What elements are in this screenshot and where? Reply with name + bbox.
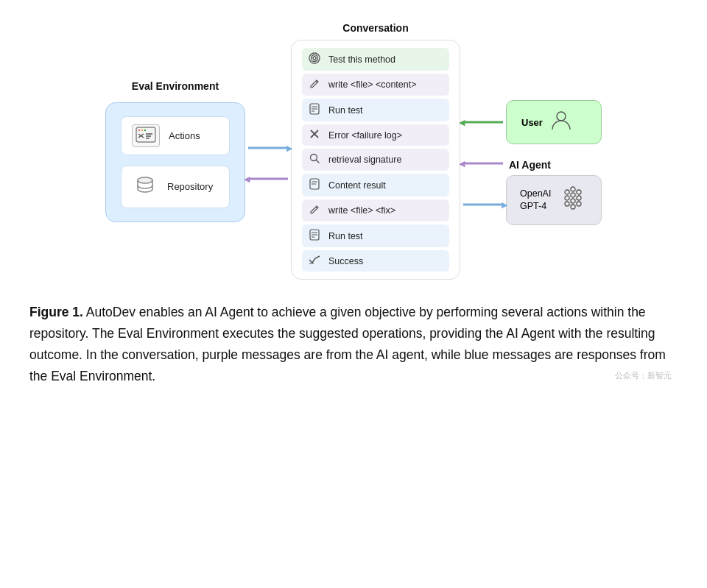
eval-item-repository-label: Repository (167, 181, 213, 192)
conv-item-run-test-1-label: Run test (328, 105, 363, 116)
svg-line-50 (575, 201, 577, 204)
eval-item-repository: Repository (121, 166, 230, 208)
pencil-icon (308, 78, 321, 91)
svg-point-38 (577, 196, 581, 200)
eval-env-box: Actions Repository (105, 102, 245, 222)
conv-item-success: Success (302, 250, 449, 272)
check-icon (308, 255, 321, 267)
ai-agent-label: AI Agent (509, 159, 551, 171)
svg-line-41 (569, 192, 571, 195)
svg-point-32 (565, 202, 569, 206)
svg-line-40 (569, 189, 571, 192)
svg-line-47 (575, 192, 577, 195)
svg-line-44 (569, 201, 571, 204)
svg-point-37 (577, 190, 581, 194)
svg-point-34 (571, 193, 575, 197)
svg-line-46 (575, 189, 577, 192)
diagram: Eval Environment (29, 22, 678, 280)
right-arrows: ◀ ◀ ▶ (463, 91, 503, 210)
svg-point-36 (571, 205, 575, 209)
conv-item-run-test-1: Run test (302, 99, 449, 121)
svg-line-49 (575, 198, 577, 201)
svg-point-19 (310, 155, 317, 161)
conv-item-write-file: write <file> <content> (302, 74, 449, 96)
conversation-box: Test this method write <file> <content> … (291, 40, 460, 280)
svg-point-31 (565, 196, 569, 200)
figure-label: Figure 1. (29, 305, 83, 319)
svg-point-33 (571, 187, 575, 191)
caption: Figure 1. AutoDev enables an AI Agent to… (29, 302, 678, 387)
svg-point-29 (557, 112, 566, 121)
svg-line-51 (575, 204, 577, 207)
conv-item-test-method: Test this method (302, 48, 449, 71)
eval-env-label: Eval Environment (132, 80, 219, 92)
doc-icon (308, 103, 321, 117)
search-icon (308, 153, 321, 166)
agent-name: OpenAIGPT-4 (520, 188, 551, 213)
arrow-conv-to-env: ◀ (248, 173, 288, 185)
ai-agent-box: OpenAIGPT-4 (506, 175, 602, 225)
eval-item-actions-label: Actions (169, 130, 200, 141)
conv-item-error: Error <failure log> (302, 124, 449, 146)
conv-item-test-method-label: Test this method (328, 54, 395, 65)
user-label: User (521, 117, 543, 128)
svg-point-3 (144, 129, 146, 130)
conv-item-content-result: Content result (302, 174, 449, 196)
target-icon (308, 52, 321, 66)
database-icon (132, 174, 158, 200)
arrow-user-to-conv: ◀ (463, 116, 503, 128)
conv-item-run-test-2: Run test (302, 224, 449, 247)
conv-item-write-fix: write <file> <fix> (302, 199, 449, 222)
mid-arrows: ▶ ◀ (248, 117, 288, 185)
code-icon (132, 124, 160, 147)
ai-agent-section: AI Agent OpenAIGPT-4 (506, 159, 602, 225)
eval-item-actions: Actions (121, 116, 230, 155)
svg-point-30 (565, 190, 569, 194)
doc3-icon (308, 229, 321, 243)
arrow-env-to-conv: ▶ (248, 142, 288, 154)
conv-item-error-label: Error <failure log> (328, 130, 402, 141)
conv-item-write-fix-label: write <file> <fix> (328, 205, 395, 216)
svg-line-43 (569, 198, 571, 201)
conv-item-retrieval: retrieval signature (302, 149, 449, 171)
caption-text: AutoDev enables an AI Agent to achieve a… (29, 305, 666, 383)
svg-point-9 (138, 177, 152, 183)
conv-item-success-label: Success (328, 256, 363, 266)
watermark: 公众号：新智元 (615, 370, 672, 381)
svg-line-48 (575, 195, 577, 198)
conv-item-write-file-label: write <file> <content> (328, 79, 417, 90)
conv-item-run-test-2-label: Run test (328, 231, 363, 241)
svg-point-2 (141, 129, 143, 130)
pencil2-icon (308, 204, 321, 217)
svg-line-42 (569, 195, 571, 198)
conv-item-content-result-label: Content result (328, 180, 386, 191)
conversation-label: Conversation (342, 22, 408, 34)
neural-network-icon (561, 186, 585, 214)
doc2-icon (308, 178, 321, 192)
svg-point-35 (571, 199, 575, 203)
svg-point-11 (312, 55, 318, 62)
svg-point-12 (313, 57, 316, 60)
svg-line-20 (316, 160, 319, 163)
agents-column: User AI Agent OpenAIGPT-4 (506, 100, 602, 225)
arrow-agent-to-conv: ◀ (463, 157, 503, 169)
conversation-column: Conversation Test this method write <fil… (291, 22, 460, 280)
arrow-conv-to-agent: ▶ (463, 199, 503, 210)
x-icon (308, 129, 321, 141)
conv-item-retrieval-label: retrieval signature (328, 155, 401, 165)
svg-point-1 (138, 129, 140, 130)
svg-point-39 (577, 202, 581, 206)
user-icon (552, 110, 571, 135)
user-box: User (506, 100, 602, 144)
eval-environment: Eval Environment (105, 80, 245, 222)
svg-line-45 (569, 204, 571, 207)
